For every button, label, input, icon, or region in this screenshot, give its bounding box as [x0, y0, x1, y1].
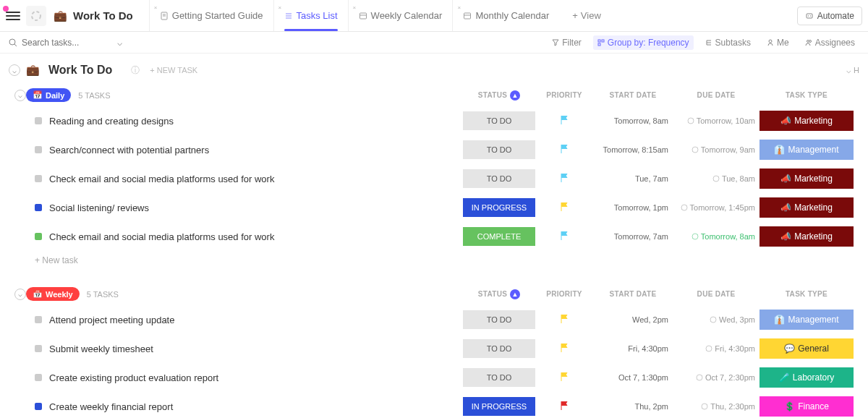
- collapse-group-button[interactable]: ⌵: [14, 289, 26, 300]
- start-date-cell[interactable]: Tomorrow, 8am: [593, 116, 673, 125]
- start-date-cell[interactable]: Tue, 7am: [593, 174, 673, 183]
- priority-cell[interactable]: [535, 343, 593, 355]
- col-priority[interactable]: PRIORITY: [535, 91, 593, 99]
- assignees-button[interactable]: Assignees: [801, 35, 859, 50]
- priority-cell[interactable]: [535, 144, 593, 156]
- subtasks-icon: [705, 39, 712, 46]
- filter-button[interactable]: Filter: [548, 35, 586, 50]
- col-type[interactable]: TASK TYPE: [760, 91, 854, 99]
- start-date-cell[interactable]: Oct 7, 1:30pm: [593, 373, 673, 382]
- menu-button[interactable]: [6, 9, 20, 23]
- col-status[interactable]: STATUS ▲: [463, 90, 535, 101]
- task-name[interactable]: Reading and creating designs: [49, 116, 463, 127]
- me-button[interactable]: Me: [762, 35, 793, 50]
- due-date-cell[interactable]: Tomorrow, 8am: [673, 232, 760, 241]
- due-date-cell[interactable]: Fri, 4:30pm: [673, 344, 760, 353]
- groupby-button[interactable]: Group by: Frequency: [593, 35, 694, 50]
- col-type[interactable]: TASK TYPE: [760, 290, 854, 298]
- task-row[interactable]: Create existing product evaluation repor…: [0, 363, 868, 392]
- chevron-down-icon[interactable]: ⌵: [117, 38, 122, 48]
- collapse-group-button[interactable]: ⌵: [14, 90, 26, 101]
- task-type-cell[interactable]: 💬General: [760, 338, 854, 359]
- status-cell[interactable]: TO DO: [463, 368, 535, 387]
- task-row[interactable]: Check email and social media platforms u…: [0, 164, 868, 193]
- hide-column-button[interactable]: ⌵ H: [846, 66, 859, 75]
- topbar: 💼 Work To Do ×Getting Started Guide×Task…: [0, 0, 868, 32]
- type-icon: 📣: [780, 231, 791, 242]
- status-cell[interactable]: IN PROGRESS: [463, 198, 535, 217]
- task-type-cell[interactable]: 📣Marketing: [760, 197, 854, 218]
- new-task-button[interactable]: + NEW TASK: [150, 66, 197, 74]
- priority-cell[interactable]: [535, 372, 593, 384]
- task-type-cell[interactable]: 📣Marketing: [760, 169, 854, 189]
- task-row[interactable]: Reading and creating designsTO DOTomorro…: [0, 106, 868, 135]
- task-row[interactable]: Search/connect with potential partnersTO…: [0, 135, 868, 164]
- start-date-cell[interactable]: Fri, 4:30pm: [593, 344, 673, 353]
- task-type-cell[interactable]: 📣Marketing: [760, 111, 854, 131]
- start-date-cell[interactable]: Wed, 2pm: [593, 315, 673, 324]
- tab-monthly-calendar[interactable]: ×Monthly Calendar: [452, 0, 559, 31]
- priority-cell[interactable]: [535, 202, 593, 214]
- task-name[interactable]: Search/connect with potential partners: [49, 145, 463, 155]
- add-view-button[interactable]: + View: [562, 10, 611, 21]
- col-status[interactable]: STATUS ▲: [463, 289, 535, 299]
- status-cell[interactable]: TO DO: [463, 169, 535, 188]
- due-date-cell[interactable]: Tomorrow, 10am: [673, 116, 760, 125]
- task-type-cell[interactable]: 👔Management: [760, 140, 854, 160]
- priority-cell[interactable]: [535, 231, 593, 243]
- automate-button[interactable]: Automate: [797, 7, 862, 25]
- group-chip[interactable]: 📅Weekly: [26, 287, 80, 301]
- group-icon: [597, 39, 605, 46]
- task-type-cell[interactable]: 🧪Laboratory: [760, 367, 854, 388]
- priority-cell[interactable]: [535, 401, 593, 413]
- task-row[interactable]: Check email and social media platforms u…: [0, 222, 868, 251]
- status-cell[interactable]: TO DO: [463, 140, 535, 159]
- status-cell[interactable]: IN PROGRESS: [463, 397, 535, 416]
- start-date-cell[interactable]: Thu, 2pm: [593, 402, 673, 411]
- task-type-cell[interactable]: 💲Finance: [760, 396, 854, 417]
- add-task-button[interactable]: + New task: [0, 251, 868, 270]
- task-name[interactable]: Submit weekly timesheet: [49, 344, 463, 354]
- priority-cell[interactable]: [535, 173, 593, 185]
- due-date-cell[interactable]: Tue, 8am: [673, 174, 760, 183]
- due-date-cell[interactable]: Wed, 3pm: [673, 315, 760, 324]
- task-row[interactable]: Submit weekly timesheetTO DOFri, 4:30pmF…: [0, 334, 868, 363]
- col-start[interactable]: START DATE: [593, 290, 673, 298]
- task-type-cell[interactable]: 📣Marketing: [760, 226, 854, 247]
- task-name[interactable]: Create weekly financial report: [49, 401, 463, 412]
- col-priority[interactable]: PRIORITY: [535, 290, 593, 298]
- task-row[interactable]: Attend project meeting updateTO DOWed, 2…: [0, 305, 868, 334]
- col-due[interactable]: DUE DATE: [673, 290, 760, 298]
- status-cell[interactable]: TO DO: [463, 310, 535, 329]
- group-chip[interactable]: 📅Daily: [26, 88, 71, 102]
- start-date-cell[interactable]: Tomorrow, 7am: [593, 232, 673, 241]
- priority-cell[interactable]: [535, 314, 593, 326]
- status-cell[interactable]: COMPLETE: [463, 227, 535, 246]
- due-date-cell[interactable]: Oct 7, 2:30pm: [673, 373, 760, 382]
- task-name[interactable]: Check email and social media platforms u…: [49, 231, 463, 242]
- task-type-cell[interactable]: 👔Management: [760, 310, 854, 330]
- start-date-cell[interactable]: Tomorrow, 8:15am: [593, 145, 673, 154]
- collapse-all-button[interactable]: ⌵: [9, 64, 20, 76]
- tab-weekly-calendar[interactable]: ×Weekly Calendar: [348, 0, 453, 31]
- start-date-cell[interactable]: Tomorrow, 1pm: [593, 203, 673, 212]
- priority-cell[interactable]: [535, 115, 593, 127]
- due-date-cell[interactable]: Thu, 2:30pm: [673, 402, 760, 411]
- status-cell[interactable]: TO DO: [463, 111, 535, 130]
- task-row[interactable]: Social listening/ reviewsIN PROGRESSTomo…: [0, 193, 868, 222]
- status-cell[interactable]: TO DO: [463, 339, 535, 358]
- task-name[interactable]: Attend project meeting update: [49, 315, 463, 325]
- task-name[interactable]: Check email and social media platforms u…: [49, 174, 463, 184]
- search-input[interactable]: [22, 38, 109, 48]
- tab-getting-started-guide[interactable]: ×Getting Started Guide: [149, 0, 273, 31]
- task-name[interactable]: Create existing product evaluation repor…: [49, 372, 463, 383]
- due-date-cell[interactable]: Tomorrow, 9am: [673, 145, 760, 154]
- col-start[interactable]: START DATE: [593, 91, 673, 99]
- col-due[interactable]: DUE DATE: [673, 91, 760, 99]
- due-date-cell[interactable]: Tomorrow, 1:45pm: [673, 203, 760, 212]
- tab-tasks-list[interactable]: ×Tasks List: [273, 0, 348, 31]
- subtasks-button[interactable]: Subtasks: [701, 35, 755, 50]
- info-icon[interactable]: ⓘ: [131, 64, 140, 77]
- task-row[interactable]: Create weekly financial reportIN PROGRES…: [0, 392, 868, 418]
- task-name[interactable]: Social listening/ reviews: [49, 202, 463, 213]
